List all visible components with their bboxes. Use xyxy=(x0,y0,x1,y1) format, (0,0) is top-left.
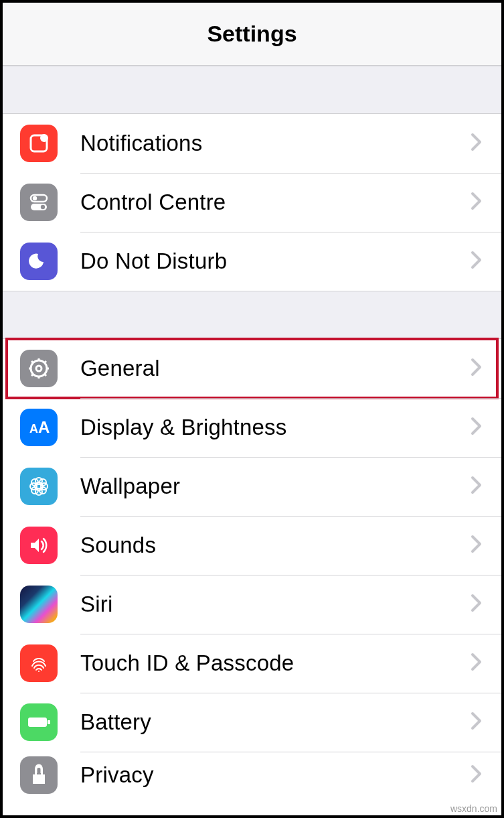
chevron-right-icon xyxy=(471,417,483,438)
row-label: Sounds xyxy=(80,533,471,558)
row-sounds[interactable]: Sounds xyxy=(3,516,501,575)
svg-point-19 xyxy=(35,478,42,484)
row-general[interactable]: General xyxy=(3,339,501,398)
row-label: Siri xyxy=(80,592,471,617)
sounds-icon xyxy=(20,527,58,564)
row-label: Privacy xyxy=(80,762,471,788)
section-gap xyxy=(3,291,501,339)
row-notifications[interactable]: Notifications xyxy=(3,114,501,173)
page-title: Settings xyxy=(207,21,297,47)
svg-text:A: A xyxy=(38,418,50,436)
settings-group-0: Notifications Control Centre Do Not Dist… xyxy=(3,114,501,291)
general-icon xyxy=(20,350,58,387)
row-label: Notifications xyxy=(80,131,471,156)
chevron-right-icon xyxy=(471,535,483,556)
svg-line-14 xyxy=(31,374,33,376)
row-label: Touch ID & Passcode xyxy=(80,651,471,676)
row-label: Control Centre xyxy=(80,190,471,215)
svg-point-1 xyxy=(40,134,48,142)
row-privacy[interactable]: Privacy xyxy=(3,752,501,799)
siri-icon xyxy=(20,586,58,623)
svg-rect-29 xyxy=(33,774,45,784)
row-touch-id-passcode[interactable]: Touch ID & Passcode xyxy=(3,634,501,693)
chevron-right-icon xyxy=(471,133,483,154)
section-gap xyxy=(3,66,501,114)
svg-point-20 xyxy=(35,488,42,495)
svg-line-13 xyxy=(44,374,46,376)
row-label: Display & Brightness xyxy=(80,415,471,440)
row-wallpaper[interactable]: Wallpaper xyxy=(3,457,501,516)
svg-point-5 xyxy=(41,205,45,209)
settings-group-1: General AA Display & Brightness Wallpape… xyxy=(3,339,501,799)
svg-point-7 xyxy=(36,366,41,371)
row-control-centre[interactable]: Control Centre xyxy=(3,173,501,232)
svg-point-3 xyxy=(33,196,37,200)
chevron-right-icon xyxy=(471,251,483,272)
row-label: General xyxy=(80,356,471,381)
chevron-right-icon xyxy=(471,764,483,786)
header: Settings xyxy=(3,3,501,66)
display-brightness-icon: AA xyxy=(20,409,58,446)
touch-id-icon xyxy=(20,644,58,682)
control-centre-icon xyxy=(20,184,58,221)
notifications-icon xyxy=(20,125,58,162)
svg-rect-27 xyxy=(28,718,47,727)
row-label: Wallpaper xyxy=(80,474,471,499)
svg-point-22 xyxy=(41,483,48,490)
watermark: wsxdn.com xyxy=(450,803,497,814)
svg-line-12 xyxy=(31,361,33,363)
chevron-right-icon xyxy=(471,358,483,379)
row-siri[interactable]: Siri xyxy=(3,575,501,634)
do-not-disturb-icon xyxy=(20,243,58,280)
row-display-brightness[interactable]: AA Display & Brightness xyxy=(3,398,501,457)
wallpaper-icon xyxy=(20,468,58,505)
svg-line-15 xyxy=(44,361,46,363)
chevron-right-icon xyxy=(471,192,483,213)
row-label: Do Not Disturb xyxy=(80,249,471,274)
privacy-icon xyxy=(20,756,58,794)
row-label: Battery xyxy=(80,709,471,735)
chevron-right-icon xyxy=(471,476,483,497)
svg-text:A: A xyxy=(29,422,38,435)
chevron-right-icon xyxy=(471,711,483,733)
row-do-not-disturb[interactable]: Do Not Disturb xyxy=(3,232,501,291)
svg-rect-28 xyxy=(48,720,50,724)
chevron-right-icon xyxy=(471,653,483,674)
battery-icon xyxy=(20,703,58,741)
svg-point-21 xyxy=(30,483,37,490)
row-battery[interactable]: Battery xyxy=(3,693,501,752)
chevron-right-icon xyxy=(471,594,483,615)
